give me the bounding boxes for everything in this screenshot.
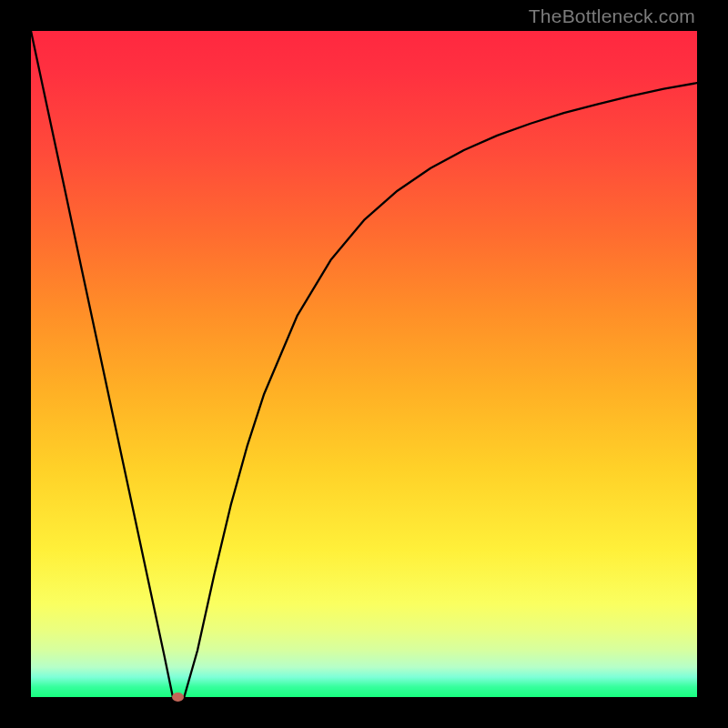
chart-frame: TheBottleneck.com: [0, 0, 728, 728]
plot-area: [31, 31, 697, 697]
bottleneck-curve: [31, 31, 697, 697]
watermark-text: TheBottleneck.com: [529, 5, 695, 27]
optimum-marker: [172, 693, 184, 702]
